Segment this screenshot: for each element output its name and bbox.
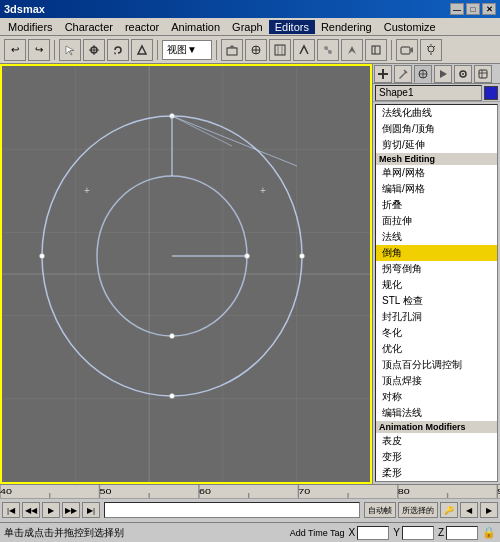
mod-item[interactable]: 冬化 [376, 325, 497, 341]
shape-name-input[interactable]: Shape1 [375, 85, 482, 101]
tool7[interactable] [317, 39, 339, 61]
next-tl[interactable]: ▶ [480, 502, 498, 518]
svg-point-58 [462, 73, 464, 75]
tool5[interactable] [269, 39, 291, 61]
maximize-button[interactable]: □ [466, 3, 480, 15]
tab-motion[interactable] [434, 65, 452, 83]
prev-key-button[interactable]: ◀◀ [22, 502, 40, 518]
next-key-button[interactable]: ▶▶ [62, 502, 80, 518]
tab-hierarchy[interactable] [414, 65, 432, 83]
mod-item[interactable]: 顶点百分比调控制 [376, 357, 497, 373]
mod-item[interactable]: 拐弯倒角 [376, 261, 497, 277]
mod-item[interactable]: STL 检查 [376, 293, 497, 309]
svg-line-16 [326, 48, 330, 52]
mod-item[interactable]: 伸缩 [376, 481, 497, 482]
tab-display[interactable] [454, 65, 472, 83]
scale-button[interactable] [131, 39, 153, 61]
x-label: X [349, 527, 356, 538]
mod-item-selected[interactable]: 倒角 [376, 245, 497, 261]
play-button[interactable]: ▶ [42, 502, 60, 518]
menu-character[interactable]: Character [59, 20, 119, 34]
tool9[interactable] [365, 39, 387, 61]
tool4[interactable] [245, 39, 267, 61]
menu-rendering[interactable]: Rendering [315, 20, 378, 34]
tool3[interactable] [221, 39, 243, 61]
menu-editors[interactable]: Editors [269, 20, 315, 34]
mod-item[interactable]: 表皮 [376, 433, 497, 449]
set-key-button[interactable]: 所选择的 [398, 502, 438, 518]
menu-customize[interactable]: Customize [378, 20, 442, 34]
tab-utilities[interactable] [474, 65, 492, 83]
mod-item[interactable]: 优化 [376, 341, 497, 357]
mod-item[interactable]: 顶点焊接 [376, 373, 497, 389]
svg-point-43 [40, 254, 45, 259]
mod-item[interactable]: 编辑法线 [376, 405, 497, 421]
prev-tl[interactable]: ◀ [460, 502, 478, 518]
svg-text:70: 70 [298, 486, 310, 495]
right-panel: Shape1 法线化曲线 倒圆角/顶角 剪切/延伸 Mesh Editing 单… [372, 64, 500, 484]
svg-point-42 [170, 394, 175, 399]
svg-marker-4 [114, 52, 116, 55]
svg-text:60: 60 [199, 486, 211, 495]
tab-create[interactable] [374, 65, 392, 83]
mod-item[interactable]: 变形 [376, 449, 497, 465]
mod-item[interactable]: 剪切/延伸 [376, 137, 497, 153]
shape-label-row: Shape1 [373, 84, 500, 102]
toolbar-sep1 [54, 40, 55, 60]
mod-item[interactable]: 法线化曲线 [376, 105, 497, 121]
svg-point-41 [300, 254, 305, 259]
shape-color-swatch[interactable] [484, 86, 498, 100]
viewport[interactable]: + + [0, 64, 372, 484]
modifier-list[interactable]: 法线化曲线 倒圆角/顶角 剪切/延伸 Mesh Editing 单网/网格 编辑… [375, 104, 498, 482]
menu-modifiers[interactable]: Modifiers [2, 20, 59, 34]
toolbar-sep2 [157, 40, 158, 60]
svg-line-24 [427, 46, 428, 47]
timeline-track[interactable] [104, 502, 360, 518]
panel-tabs [373, 64, 500, 84]
mod-item[interactable]: 柔形 [376, 465, 497, 481]
timeline-controls: |◀ ◀◀ ▶ ▶▶ ▶| 自动帧 所选择的 🔑 ◀ ▶ [0, 499, 500, 522]
svg-marker-7 [228, 45, 236, 48]
menu-animation[interactable]: Animation [165, 20, 226, 34]
minimize-button[interactable]: — [450, 3, 464, 15]
rotate-button[interactable] [107, 39, 129, 61]
select-button[interactable] [59, 39, 81, 61]
mod-item[interactable]: 规化 [376, 277, 497, 293]
light-button[interactable] [420, 39, 442, 61]
svg-rect-20 [401, 47, 410, 54]
svg-rect-51 [382, 69, 384, 79]
camera-button[interactable] [396, 39, 418, 61]
key-filters-button[interactable]: 🔑 [440, 502, 458, 518]
view-dropdown[interactable]: 视图▼ [162, 40, 212, 60]
menu-graph[interactable]: Graph [226, 20, 269, 34]
status-bar: 单击成点击并拖控到选择别 Add Time Tag X Y Z 🔒 [0, 522, 500, 542]
auto-key-button[interactable]: 自动帧 [364, 502, 396, 518]
mod-item[interactable]: 单网/网格 [376, 165, 497, 181]
z-label: Z [438, 527, 444, 538]
z-value[interactable] [446, 526, 478, 540]
prev-frame-button[interactable]: |◀ [2, 502, 20, 518]
tool6[interactable] [293, 39, 315, 61]
tool8[interactable] [341, 39, 363, 61]
close-button[interactable]: ✕ [482, 3, 496, 15]
mod-item[interactable]: 法线 [376, 229, 497, 245]
next-frame-button[interactable]: ▶| [82, 502, 100, 518]
undo-button[interactable]: ↩ [4, 39, 26, 61]
svg-line-25 [434, 46, 435, 47]
lock-icon[interactable]: 🔒 [482, 526, 496, 540]
mod-item[interactable]: 对称 [376, 389, 497, 405]
x-value[interactable] [357, 526, 389, 540]
status-text: 单击成点击并拖控到选择别 [4, 526, 282, 540]
y-value[interactable] [402, 526, 434, 540]
mod-item[interactable]: 封孔孔洞 [376, 309, 497, 325]
redo-button[interactable]: ↪ [28, 39, 50, 61]
mod-item[interactable]: 倒圆角/顶角 [376, 121, 497, 137]
move-button[interactable] [83, 39, 105, 61]
mod-item[interactable]: 折叠 [376, 197, 497, 213]
mod-item[interactable]: 面拉伸 [376, 213, 497, 229]
mod-item[interactable]: 编辑/网格 [376, 181, 497, 197]
svg-text:50: 50 [99, 486, 111, 495]
menu-reactor[interactable]: reactor [119, 20, 165, 34]
tab-modify[interactable] [394, 65, 412, 83]
section-mesh-editing: Mesh Editing [376, 153, 497, 165]
